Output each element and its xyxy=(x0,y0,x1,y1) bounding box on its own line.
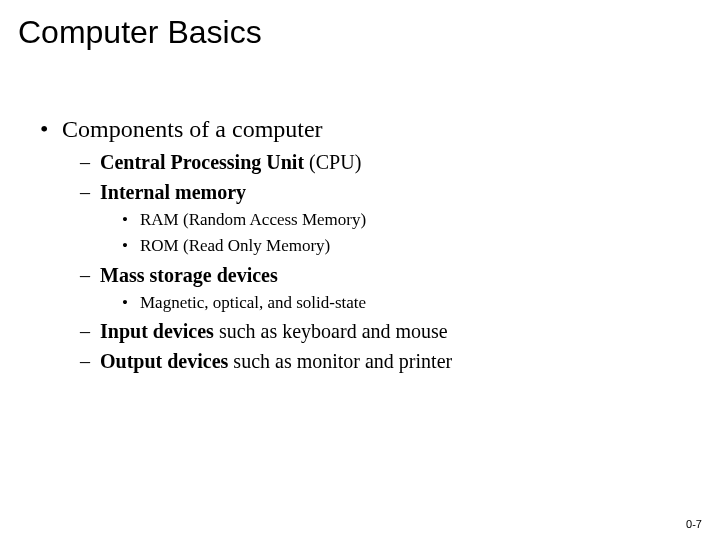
slide-title: Computer Basics xyxy=(0,0,720,51)
list-item: • Components of a computer xyxy=(40,111,720,147)
list-item-text: Mass storage devices xyxy=(100,260,278,290)
slide-body: • Components of a computer – Central Pro… xyxy=(0,51,720,376)
list-item-text: Magnetic, optical, and solid-state xyxy=(140,290,366,316)
bullet-icon: • xyxy=(122,207,140,233)
list-item: – Internal memory xyxy=(40,177,720,207)
list-item-text: ROM (Read Only Memory) xyxy=(140,233,330,259)
bullet-icon: • xyxy=(122,233,140,259)
bullet-icon: • xyxy=(122,290,140,316)
list-item: – Output devices such as monitor and pri… xyxy=(40,346,720,376)
bullet-icon: • xyxy=(40,111,62,147)
list-item: • RAM (Random Access Memory) xyxy=(40,207,720,233)
list-item: • ROM (Read Only Memory) xyxy=(40,233,720,259)
list-item-text: Central Processing Unit (CPU) xyxy=(100,147,361,177)
page-number: 0-7 xyxy=(686,518,702,530)
list-item-text: Internal memory xyxy=(100,177,246,207)
list-item: – Input devices such as keyboard and mou… xyxy=(40,316,720,346)
list-item-text: Input devices such as keyboard and mouse xyxy=(100,316,448,346)
list-item: – Mass storage devices xyxy=(40,260,720,290)
list-item-text: RAM (Random Access Memory) xyxy=(140,207,366,233)
list-item-text: Output devices such as monitor and print… xyxy=(100,346,452,376)
list-item: • Magnetic, optical, and solid-state xyxy=(40,290,720,316)
list-item: – Central Processing Unit (CPU) xyxy=(40,147,720,177)
list-item-text: Components of a computer xyxy=(62,111,323,147)
dash-icon: – xyxy=(80,346,100,376)
dash-icon: – xyxy=(80,177,100,207)
dash-icon: – xyxy=(80,316,100,346)
dash-icon: – xyxy=(80,147,100,177)
dash-icon: – xyxy=(80,260,100,290)
